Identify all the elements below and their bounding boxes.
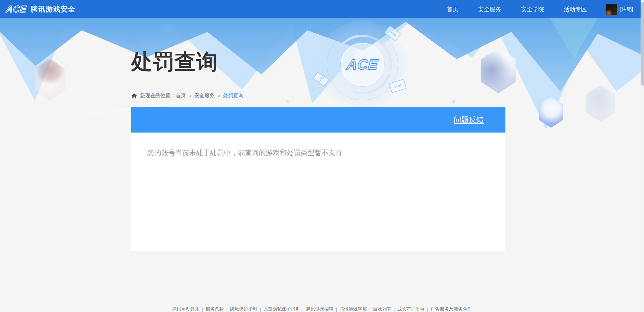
footer-separator: | — [260, 307, 261, 312]
nav-item-activity-zone[interactable]: 活动专区 — [564, 5, 587, 13]
scrollbar-thumb[interactable] — [641, 2, 644, 86]
footer-separator: | — [226, 307, 228, 312]
footer-separator: | — [394, 307, 395, 312]
footer-separator: | — [202, 307, 203, 312]
nav-item-security-services[interactable]: 安全服务 — [478, 5, 501, 13]
game-character-hex-faint — [584, 85, 617, 122]
breadcrumb-separator: > — [189, 93, 192, 99]
panel-header: 问题反馈 — [131, 107, 505, 133]
breadcrumb-prefix: 您现在的位置： — [140, 92, 176, 99]
user-avatar[interactable] — [606, 4, 617, 15]
feedback-link[interactable]: 问题反馈 — [454, 115, 484, 125]
footer-link[interactable]: 成长守护平台 — [397, 307, 425, 312]
emblem-inner-circle: ACE — [341, 43, 384, 86]
footer-links: 腾讯互动娱乐|服务条款|隐私保护指引|儿童隐私保护指引|腾讯游戏招聘|腾讯游戏客… — [0, 306, 644, 312]
nav-links: 首页 安全服务 安全学院 活动专区 [注销] — [437, 4, 633, 15]
brand-title: 腾讯游戏安全 — [31, 4, 75, 14]
footer-link[interactable]: 腾讯游戏客服 — [339, 307, 367, 312]
nav-item-security-academy[interactable]: 安全学院 — [521, 5, 544, 13]
breadcrumb-item-current: 处罚查询 — [223, 92, 244, 99]
footer-separator: | — [369, 307, 371, 312]
page-title: 处罚查询 — [131, 48, 218, 76]
breadcrumb-separator: > — [217, 93, 220, 99]
home-icon — [131, 93, 137, 99]
footer-separator: | — [336, 307, 337, 312]
top-nav: ACE 腾讯游戏安全 首页 安全服务 安全学院 活动专区 [注销] — [0, 0, 644, 18]
breadcrumb-item-security-services[interactable]: 安全服务 — [194, 92, 215, 99]
footer-link[interactable]: 腾讯游戏招聘 — [306, 307, 334, 312]
logout-link[interactable]: [注销] — [620, 6, 633, 13]
footer-separator: | — [302, 307, 304, 312]
footer-link[interactable]: 儿童隐私保护指引 — [263, 307, 300, 312]
emblem-ace-text: ACE — [346, 56, 379, 73]
deco-dot — [452, 100, 455, 104]
nav-item-home[interactable]: 首页 — [447, 5, 459, 13]
footer-link[interactable]: 服务条款 — [205, 307, 224, 312]
punishment-query-panel: 问题反馈 您的账号当前未处于处罚中，或查询的游戏和处罚类型暂不支持 — [131, 107, 505, 251]
footer-link[interactable]: 广告服务及商务合作 — [431, 307, 472, 312]
breadcrumb: 您现在的位置： 首页 > 安全服务 > 处罚查询 — [131, 92, 244, 99]
panel-body: 您的账号当前未处于处罚中，或查询的游戏和处罚类型暂不支持 — [131, 133, 505, 251]
page-root: ACE 腾讯游戏安全 首页 安全服务 安全学院 活动专区 [注销] ACE — [0, 0, 644, 312]
footer-link[interactable]: 隐私保护指引 — [230, 307, 257, 312]
brand-logo[interactable]: ACE 腾讯游戏安全 — [6, 4, 75, 14]
footer-link[interactable]: 游戏列表 — [373, 307, 391, 312]
footer-separator: | — [427, 307, 428, 312]
footer-link[interactable]: 腾讯互动娱乐 — [172, 307, 200, 312]
ace-logo-icon: ACE — [6, 5, 27, 14]
ace-emblem: ACE — [311, 14, 413, 116]
deco-dot — [286, 100, 289, 103]
breadcrumb-item-home[interactable]: 首页 — [176, 92, 186, 99]
query-result-message: 您的账号当前未处于处罚中，或查询的游戏和处罚类型暂不支持 — [147, 148, 489, 157]
scrollbar-track[interactable] — [641, 0, 644, 312]
